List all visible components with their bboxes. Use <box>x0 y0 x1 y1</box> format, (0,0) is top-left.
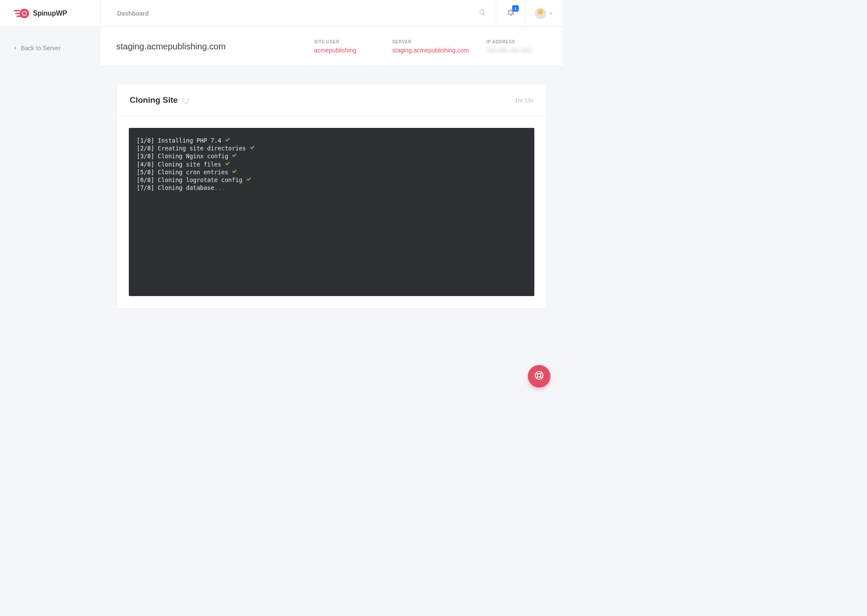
sidebar: Back to Server <box>0 27 101 400</box>
check-icon <box>249 144 255 152</box>
svg-line-9 <box>540 372 542 374</box>
terminal-step-text: [1/8] Installing PHP 7.4 <box>137 137 221 144</box>
top-bar: SpinupWP Dashboard 1 <box>0 0 563 27</box>
ip-group: IP ADDRESS 000.000.000.000 <box>486 39 547 54</box>
server-group: SERVER staging.acmepublishing.com <box>392 39 469 54</box>
svg-line-11 <box>540 377 542 378</box>
main-content: staging.acmepublishing.com SITE USER acm… <box>101 27 563 400</box>
spinner-icon <box>182 97 189 104</box>
svg-point-5 <box>23 12 26 15</box>
topbar-actions: 1 <box>469 0 563 26</box>
terminal-line: [1/8] Installing PHP 7.4 <box>137 137 527 144</box>
site-user-group: SITE USER acmepublishing <box>314 39 375 54</box>
terminal-line: [6/8] Cloning logrotate config <box>137 176 527 184</box>
lifesaver-icon <box>534 370 544 382</box>
chevron-down-icon <box>549 10 553 17</box>
check-icon <box>232 152 237 160</box>
terminal-line: [4/8] Cloning site files <box>137 160 527 168</box>
chevron-left-icon <box>13 45 16 52</box>
site-user-label: SITE USER <box>314 39 375 44</box>
ip-value: 000.000.000.000 <box>486 47 547 54</box>
svg-point-7 <box>537 374 541 377</box>
svg-line-8 <box>536 372 538 374</box>
card-title: Cloning Site <box>130 95 178 105</box>
check-icon <box>246 176 252 184</box>
logo-text: SpinupWP <box>33 10 67 17</box>
check-icon <box>225 160 230 168</box>
terminal-step-text: [4/8] Cloning site files <box>137 160 221 168</box>
terminal-line: [5/8] Cloning cron entries <box>137 168 527 176</box>
server-value[interactable]: staging.acmepublishing.com <box>392 47 469 54</box>
svg-rect-1 <box>14 10 20 11</box>
terminal-step-text: [5/8] Cloning cron entries <box>137 168 228 176</box>
check-icon <box>225 137 230 144</box>
terminal-step-text: [2/8] Creating site directories <box>137 144 246 152</box>
card-header: Cloning Site 1m 13s <box>117 84 546 116</box>
user-menu[interactable] <box>525 0 563 26</box>
primary-nav: Dashboard <box>101 0 469 26</box>
terminal-step-text: [7/8] Cloning database <box>137 184 214 192</box>
server-label: SERVER <box>392 39 469 44</box>
back-link-label: Back to Server <box>21 45 61 52</box>
cloning-card: Cloning Site 1m 13s [1/8] Installing PHP… <box>116 84 547 309</box>
svg-rect-2 <box>15 13 21 14</box>
card-body: [1/8] Installing PHP 7.4[2/8] Creating s… <box>117 116 546 308</box>
site-user-value[interactable]: acmepublishing <box>314 47 375 54</box>
terminal-line: [2/8] Creating site directories <box>137 144 527 152</box>
notification-badge: 1 <box>512 5 519 12</box>
site-info-bar: staging.acmepublishing.com SITE USER acm… <box>101 27 563 66</box>
logo[interactable]: SpinupWP <box>0 0 101 26</box>
settings-button[interactable]: 1 <box>496 0 525 26</box>
elapsed-time: 1m 13s <box>515 97 533 104</box>
back-to-server-link[interactable]: Back to Server <box>13 45 88 52</box>
site-domain: staging.acmepublishing.com <box>116 42 297 52</box>
terminal-line: [7/8] Cloning database... <box>137 184 527 192</box>
logo-mark-icon <box>13 8 29 19</box>
svg-rect-3 <box>16 15 22 16</box>
search-button[interactable] <box>469 0 496 26</box>
pending-dots: ... <box>214 184 226 192</box>
check-icon <box>232 168 237 176</box>
svg-line-10 <box>536 377 538 378</box>
avatar-icon <box>535 8 546 19</box>
terminal-step-text: [6/8] Cloning logrotate config <box>137 176 242 184</box>
ip-label: IP ADDRESS <box>486 39 547 44</box>
terminal-output: [1/8] Installing PHP 7.4[2/8] Creating s… <box>129 128 534 296</box>
search-icon <box>478 9 486 18</box>
terminal-line: [3/8] Cloning Nginx config <box>137 152 527 160</box>
nav-dashboard[interactable]: Dashboard <box>117 10 149 17</box>
help-button[interactable] <box>528 365 550 388</box>
terminal-step-text: [3/8] Cloning Nginx config <box>137 152 228 160</box>
